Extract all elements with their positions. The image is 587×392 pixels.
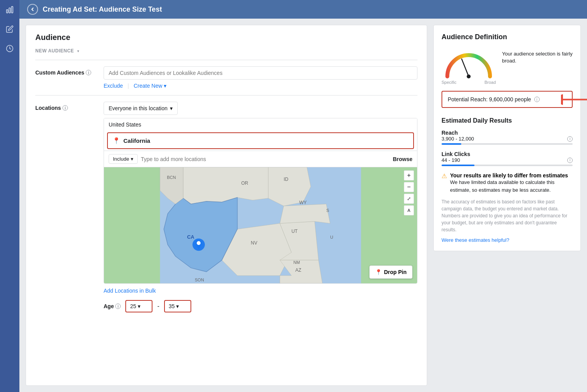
- age-to-arrow: ▾: [176, 303, 179, 309]
- divider-2: [35, 95, 417, 95]
- locations-content: Everyone in this location ▾ United State…: [104, 102, 417, 312]
- potential-reach-text: Potential Reach: 9,600,000 people: [448, 96, 531, 102]
- reach-bar: [442, 143, 573, 145]
- svg-text:CA: CA: [187, 234, 194, 240]
- custom-audiences-row: Custom Audiences i Exclude | Create New …: [35, 66, 417, 89]
- potential-reach-info-icon[interactable]: i: [534, 97, 540, 102]
- map-container: OR ID UT NV WY AZ NM S U CA BCN: [104, 167, 417, 283]
- include-row: Include ▾ Browse: [104, 151, 417, 167]
- chart-icon[interactable]: [4, 4, 16, 16]
- estimated-daily-title: Estimated Daily Results: [442, 117, 573, 124]
- custom-audiences-info-icon[interactable]: i: [86, 70, 91, 75]
- exclude-link[interactable]: Exclude: [104, 83, 123, 89]
- age-row: Age i 25 ▾ - 35 ▾: [104, 300, 417, 312]
- back-button[interactable]: [27, 4, 38, 15]
- layers-button[interactable]: A: [404, 205, 414, 215]
- link-clicks-bar-fill: [442, 165, 474, 166]
- svg-text:NM: NM: [293, 260, 300, 265]
- drop-pin-icon: 📍: [375, 269, 382, 275]
- location-dropdown-arrow: ▾: [170, 105, 173, 111]
- gauge-description: Your audience selection is fairly broad.: [502, 47, 573, 64]
- reach-bar-fill: [442, 143, 461, 145]
- divider-1: [35, 60, 417, 60]
- svg-text:BCN: BCN: [167, 175, 176, 180]
- svg-point-20: [467, 75, 471, 78]
- age-to-select[interactable]: 35 ▾: [164, 300, 191, 312]
- svg-text:SON: SON: [195, 278, 204, 282]
- gauge-container: [442, 47, 496, 78]
- age-separator: -: [157, 303, 159, 310]
- link-clicks-info-icon[interactable]: i: [567, 158, 573, 163]
- zoom-in-button[interactable]: +: [404, 170, 414, 180]
- top-bar: Creating Ad Set: Audience Size Test: [19, 0, 587, 19]
- helpful-link[interactable]: Were these estimates helpful?: [442, 237, 573, 243]
- gauge-wrapper: Specific Broad Your audience selection i…: [442, 47, 573, 85]
- add-locations-input[interactable]: [141, 154, 390, 164]
- warning-icon: ⚠: [442, 172, 447, 180]
- audience-definition-title: Audience Definition: [442, 33, 573, 41]
- content-wrapper: Audience NEW AUDIENCE ▾ Custom Audiences…: [19, 19, 587, 392]
- create-new-arrow: ▾: [164, 83, 166, 89]
- custom-audiences-input[interactable]: [104, 66, 417, 80]
- custom-audiences-label: Custom Audiences i: [35, 66, 97, 76]
- locations-row: Locations i Everyone in this location ▾ …: [35, 102, 417, 312]
- link-clicks-bar: [442, 165, 573, 166]
- location-type-dropdown[interactable]: Everyone in this location ▾: [104, 102, 178, 115]
- red-arrow: [561, 92, 587, 109]
- reach-info-icon[interactable]: i: [567, 136, 573, 142]
- age-info-icon[interactable]: i: [115, 304, 121, 309]
- add-locations-bulk-link[interactable]: Add Locations in Bulk: [104, 288, 417, 294]
- age-label: Age i: [104, 303, 121, 309]
- create-new-link[interactable]: Create New ▾: [133, 83, 166, 89]
- svg-text:WY: WY: [299, 200, 306, 205]
- warning-title: Your results are likely to differ from e…: [450, 172, 568, 179]
- new-audience-row[interactable]: NEW AUDIENCE ▾: [35, 48, 417, 54]
- reach-result-item: Reach 3,900 - 12,000 i: [442, 130, 573, 145]
- california-label: California: [123, 137, 150, 144]
- svg-text:S: S: [326, 208, 329, 213]
- map-controls: + − ⤢ A: [404, 170, 414, 215]
- svg-line-19: [462, 59, 469, 76]
- location-search-container: United States 📍 California Include ▾: [104, 118, 417, 284]
- reach-value: 3,900 - 12,000 i: [442, 136, 573, 142]
- svg-rect-0: [7, 10, 8, 13]
- svg-rect-2: [12, 7, 13, 13]
- link-clicks-result-item: Link Clicks 44 - 190 i: [442, 151, 573, 166]
- california-row[interactable]: 📍 California: [107, 132, 414, 149]
- audience-definition-card: Audience Definition: [433, 25, 581, 251]
- svg-text:NV: NV: [251, 240, 258, 246]
- warning-body: We have limited data available to calcul…: [450, 179, 573, 194]
- age-from-arrow: ▾: [138, 303, 140, 309]
- edit-icon[interactable]: [4, 23, 16, 35]
- warning-box: ⚠ Your results are likely to differ from…: [442, 172, 573, 194]
- disclaimer-text: The accuracy of estimates is based on fa…: [442, 198, 573, 233]
- svg-text:U: U: [330, 235, 333, 239]
- svg-text:OR: OR: [241, 180, 248, 186]
- gauge-labels: Specific Broad: [442, 80, 496, 85]
- sidebar: [0, 0, 19, 392]
- link-clicks-label: Link Clicks: [442, 151, 573, 157]
- drop-pin-button[interactable]: 📍 Drop Pin: [369, 265, 412, 279]
- estimated-daily-section: Estimated Daily Results Reach 3,900 - 12…: [442, 111, 573, 243]
- locations-info-icon[interactable]: i: [62, 105, 68, 111]
- fullscreen-button[interactable]: ⤢: [404, 194, 414, 204]
- new-audience-dropdown-arrow: ▾: [77, 49, 79, 53]
- new-audience-label: NEW AUDIENCE: [35, 48, 74, 54]
- locations-label: Locations i: [35, 102, 97, 111]
- custom-audiences-content: Exclude | Create New ▾: [104, 66, 417, 89]
- age-from-select[interactable]: 25 ▾: [125, 300, 152, 312]
- zoom-out-button[interactable]: −: [404, 182, 414, 192]
- main-area: Creating Ad Set: Audience Size Test Audi…: [19, 0, 587, 392]
- svg-text:ID: ID: [284, 177, 288, 182]
- reach-label: Reach: [442, 130, 573, 136]
- right-panel: Audience Definition: [433, 25, 581, 386]
- audience-links: Exclude | Create New ▾: [104, 83, 417, 89]
- left-panel: Audience NEW AUDIENCE ▾ Custom Audiences…: [26, 25, 427, 386]
- clock-icon[interactable]: [4, 43, 16, 54]
- browse-button[interactable]: Browse: [393, 156, 412, 162]
- include-button[interactable]: Include ▾: [109, 154, 138, 164]
- page-title: Creating Ad Set: Audience Size Test: [43, 5, 162, 14]
- link-clicks-value: 44 - 190 i: [442, 157, 573, 163]
- svg-text:UT: UT: [291, 229, 298, 234]
- include-arrow: ▾: [131, 156, 133, 162]
